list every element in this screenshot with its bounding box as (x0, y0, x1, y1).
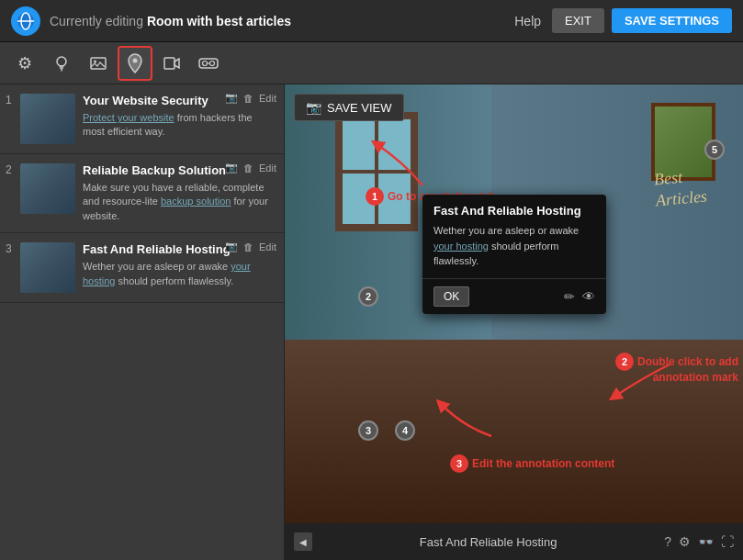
callout-2-text: 2Double click to add annotation mark (615, 353, 738, 386)
help-icon[interactable]: ? (664, 534, 671, 549)
popup-footer: OK ✏ 👁 (422, 278, 606, 314)
article-thumbnail (20, 242, 75, 293)
articles-panel: 1 Your Website Security Protect your web… (0, 84, 285, 560)
article-actions: 📷 🗑 Edit (225, 241, 276, 252)
article-thumbnail (20, 163, 75, 214)
article-item: 1 Your Website Security Protect your web… (0, 84, 284, 154)
annotation-popup: Fast And Reliable Hosting Wether you are… (422, 195, 606, 314)
callout-3-badge: 3 (450, 454, 468, 473)
settings-icon[interactable]: ⚙ (7, 46, 42, 81)
eye-icon[interactable]: 👁 (582, 289, 595, 304)
image-icon[interactable] (81, 46, 116, 81)
article-number: 3 (6, 242, 12, 255)
article-item: 2 Reliable Backup Solution Make sure you… (0, 154, 284, 233)
article-actions: 📷 🗑 Edit (225, 162, 276, 174)
camera-icon[interactable]: 📷 (225, 92, 238, 104)
delete-icon[interactable]: 🗑 (243, 241, 253, 252)
room-name: Room with best articles (147, 14, 291, 28)
bottom-title: Fast And Reliable Hosting (320, 535, 657, 549)
annotation-dot-4[interactable]: 4 (395, 420, 415, 441)
wall-text: Best Articles (653, 165, 708, 212)
annotation-dot-3[interactable]: 3 (358, 420, 378, 441)
callout-1-badge: 1 (366, 187, 384, 206)
svg-point-10 (210, 61, 215, 65)
annotation-dot-2[interactable]: 2 (358, 286, 378, 307)
lightbulb-icon[interactable] (44, 46, 79, 81)
popup-action-icons: ✏ 👁 (564, 289, 595, 304)
bottom-bar: ◀ Fast And Reliable Hosting ? ⚙ 👓 ⛶ (285, 523, 743, 560)
article-link[interactable]: your hosting (83, 261, 251, 286)
svg-point-9 (203, 61, 208, 65)
camera-icon[interactable]: 📷 (225, 162, 238, 174)
callout-2-badge: 2 (615, 353, 634, 371)
window (335, 112, 418, 231)
settings-icon[interactable]: ⚙ (679, 534, 691, 549)
article-item: 3 Fast And Reliable Hosting Wether you a… (0, 233, 284, 303)
vr-icon[interactable]: 👓 (698, 534, 714, 549)
header: Currently editing Room with best article… (0, 0, 743, 42)
edit-icon[interactable]: ✏ (564, 289, 575, 304)
article-thumbnail (20, 94, 75, 144)
scene-background: Best Articles 📷 SAVE VIEW Fast And Relia… (285, 84, 743, 560)
svg-rect-7 (164, 58, 174, 69)
camera-icon: 📷 (306, 100, 321, 115)
exit-button[interactable]: EXIT (552, 8, 604, 33)
save-view-button[interactable]: 📷 SAVE VIEW (294, 94, 404, 121)
callout-3-text: 3Edit the annotation content (450, 454, 614, 473)
edit-link[interactable]: Edit (259, 162, 276, 174)
bottom-icons: ? ⚙ 👓 ⛶ (664, 534, 734, 549)
svg-point-5 (94, 60, 96, 62)
currently-editing-label: Currently editing (50, 14, 143, 28)
save-view-label: SAVE VIEW (327, 101, 392, 115)
popup-body: Wether you are asleep or awake your host… (422, 223, 606, 278)
popup-title: Fast And Reliable Hosting (422, 195, 606, 223)
popup-body-text1: Wether you are asleep or awake (433, 225, 579, 236)
svg-point-6 (133, 58, 138, 62)
fullscreen-icon[interactable]: ⛶ (721, 534, 734, 549)
edit-link[interactable]: Edit (259, 241, 276, 252)
video-icon[interactable] (154, 46, 189, 81)
logo (11, 6, 40, 36)
delete-icon[interactable]: 🗑 (243, 93, 253, 104)
vr-icon[interactable] (191, 46, 226, 81)
article-actions: 📷 🗑 Edit (225, 92, 276, 104)
svg-rect-4 (91, 58, 106, 69)
article-number: 1 (6, 94, 12, 106)
annotation-icon[interactable] (118, 46, 152, 81)
prev-button[interactable]: ◀ (294, 532, 312, 551)
main-content: 1 Your Website Security Protect your web… (0, 84, 743, 560)
popup-link[interactable]: your hosting (433, 241, 489, 252)
ok-button[interactable]: OK (433, 286, 469, 307)
article-link[interactable]: Protect your website (83, 112, 174, 123)
article-description: Make sure you have a reliable, complete … (83, 181, 276, 223)
edit-link[interactable]: Edit (259, 93, 276, 104)
svg-point-3 (57, 57, 66, 66)
help-button[interactable]: Help (514, 14, 541, 28)
toolbar: ⚙ (0, 42, 743, 84)
save-settings-button[interactable]: SAVE SETTINGS (612, 8, 732, 33)
annotation-dot-5[interactable]: 5 (704, 140, 725, 160)
article-number: 2 (6, 163, 12, 176)
scene-panel[interactable]: Best Articles 📷 SAVE VIEW Fast And Relia… (285, 84, 743, 560)
article-link[interactable]: backup solution (161, 196, 231, 207)
delete-icon[interactable]: 🗑 (243, 162, 253, 174)
camera-icon[interactable]: 📷 (225, 241, 238, 252)
article-description: Protect your website from hackers the mo… (83, 111, 276, 140)
article-description: Wether you are asleep or awake your host… (83, 260, 276, 288)
